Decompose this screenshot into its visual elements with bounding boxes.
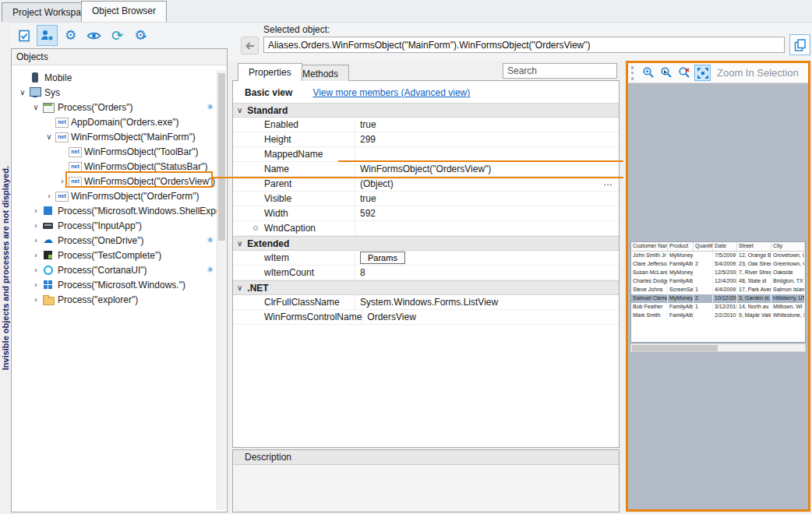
property-row[interactable]: Visibletrue — [233, 192, 619, 206]
back-button[interactable] — [241, 37, 259, 55]
preview-cell: 23, Oak Street — [737, 260, 771, 269]
preview-row: Bob FeatherFamilyAlbum13/12/201014, Nort… — [631, 303, 805, 312]
preview-cell: 9, Maple Valley — [737, 312, 771, 320]
preview-row: John Smith JrMyMoney7/5/200912, Orange B… — [631, 252, 805, 260]
preview-cell: FamilyAlbum — [668, 277, 694, 286]
preview-cell: ScreenSaver — [668, 286, 694, 294]
tree-item[interactable]: ∨Process("Orders")✳ — [12, 100, 217, 114]
property-row[interactable]: Width592 — [233, 206, 619, 221]
fit-selection-icon[interactable] — [694, 65, 711, 81]
tree-item-label: AppDomain("Orders.exe") — [71, 117, 179, 128]
collapse-arrow-icon[interactable]: ∨ — [237, 283, 242, 292]
tree-item-label: Mobile — [44, 72, 72, 83]
preview-scrollbar-thumb[interactable] — [632, 345, 718, 351]
refresh-icon[interactable]: ⟳ — [107, 25, 128, 46]
expand-arrow-icon[interactable]: › — [30, 295, 42, 304]
property-row[interactable]: wItemCount8 — [233, 266, 619, 280]
property-name: WinFormsControlName — [264, 312, 362, 322]
tree-item[interactable]: ›Process("OneDrive")✳ — [12, 233, 217, 248]
expand-arrow-icon[interactable]: › — [30, 221, 42, 230]
preview-body: John Smith JrMyMoney7/5/200912, Orange B… — [631, 252, 805, 320]
filter-settings-icon[interactable]: ⚙▸ — [130, 25, 151, 46]
tab-object-browser[interactable]: Object Browser — [81, 1, 167, 22]
tree-item[interactable]: ›WinFormsObject("OrdersView") — [12, 174, 217, 188]
tree-item[interactable]: ›Process("TestComplete") — [12, 248, 217, 262]
property-name: Parent — [264, 178, 291, 189]
tree-scrollbar-thumb[interactable] — [218, 73, 225, 241]
tree-item[interactable]: ›Process("InputApp") — [12, 218, 217, 233]
tree-item[interactable]: WinFormsObject("ToolBar") — [12, 144, 217, 159]
zoom-panel-title: Zoom In Selection — [717, 67, 799, 79]
settings-icon[interactable]: ⚙ — [60, 25, 81, 46]
preview-cell: 2 — [694, 260, 713, 269]
object-spy-icon[interactable] — [37, 25, 58, 46]
expand-arrow-icon[interactable]: › — [30, 280, 42, 289]
tab-properties[interactable]: Properties — [238, 63, 302, 81]
property-name: wItem — [264, 252, 289, 263]
tree-item[interactable]: WinFormsObject("StatusBar") — [12, 159, 217, 174]
collapse-arrow-icon[interactable]: ∨ — [237, 239, 242, 248]
ellipsis-button[interactable]: … — [603, 177, 613, 188]
preview-cell: FamilyAlbum — [668, 312, 694, 320]
tree-item[interactable]: ›Process("CortanaUI")✳ — [12, 262, 217, 277]
property-row[interactable]: WndCaption — [233, 221, 619, 236]
sys-icon — [29, 86, 41, 98]
expand-arrow-icon[interactable]: › — [30, 236, 42, 245]
preview-cell: FamilyAlbum — [668, 303, 694, 312]
show-objects-icon[interactable] — [13, 25, 34, 46]
tree-item-label: Process("Orders") — [58, 102, 133, 113]
property-row[interactable]: wItemParams — [233, 251, 619, 266]
property-group-header[interactable]: ∨Extended — [233, 236, 619, 251]
search-input[interactable] — [503, 65, 632, 76]
advanced-view-link[interactable]: View more members (Advanced view) — [312, 87, 470, 98]
copy-object-name-button[interactable] — [789, 34, 810, 55]
property-row[interactable]: MappedName — [233, 147, 619, 162]
tree-item[interactable]: ›Process("Microsoft.Windows.") — [12, 277, 217, 292]
tree-item[interactable]: ∨Sys — [12, 85, 217, 100]
property-group-header[interactable]: ∨Standard — [233, 103, 619, 118]
collapse-arrow-icon[interactable]: ∨ — [43, 132, 55, 141]
property-row[interactable]: Enabledtrue — [233, 118, 619, 132]
tree-item[interactable]: Mobile — [12, 70, 217, 85]
collapse-arrow-icon[interactable]: ∨ — [30, 103, 42, 111]
property-value: WinFormsObject("OrdersView") — [360, 164, 491, 174]
preview-cell: 7, River Street — [737, 269, 771, 277]
zoom-off-icon[interactable] — [676, 65, 693, 81]
collapse-arrow-icon[interactable]: ∨ — [237, 106, 242, 114]
highlight-target-icon[interactable]: ✳ — [207, 235, 214, 245]
tree-item[interactable]: ›Process("explorer") — [12, 292, 217, 307]
tree-item[interactable]: ›WinFormsObject("OrderForm") — [12, 188, 217, 203]
preview-cell: Whitestone, Brita — [771, 312, 805, 320]
app-windows-icon — [42, 279, 55, 290]
highlight-target-icon[interactable]: ✳ — [207, 265, 214, 275]
preview-cell: MyMoney — [668, 269, 694, 277]
preview-horizontal-scrollbar[interactable] — [630, 343, 806, 352]
zoom-in-icon[interactable] — [641, 65, 657, 81]
highlight-on-screen-icon[interactable] — [83, 25, 104, 46]
tree-item[interactable]: AppDomain("Orders.exe") — [12, 114, 217, 129]
property-row[interactable]: ClrFullClassNameSystem.Windows.Forms.Lis… — [233, 295, 619, 310]
tree-item-label: Process("CortanaUI") — [58, 265, 147, 276]
property-row[interactable]: WinFormsControlNameOrdersView — [233, 310, 619, 325]
expand-arrow-icon[interactable]: › — [30, 206, 42, 215]
app-orders-icon — [42, 101, 55, 113]
preview-row: Susan McLarenMyMoney12/5/20087, River St… — [631, 269, 805, 277]
params-button[interactable]: Params — [360, 252, 405, 264]
expand-arrow-icon[interactable]: › — [56, 177, 69, 185]
expand-arrow-icon[interactable]: › — [43, 192, 55, 200]
expand-arrow-icon[interactable]: › — [30, 266, 42, 274]
expand-arrow-icon[interactable]: › — [30, 251, 42, 259]
selected-object-input[interactable] — [263, 37, 785, 53]
property-group-header[interactable]: ∨.NET — [233, 280, 619, 295]
property-row[interactable]: Height299 — [233, 132, 619, 147]
property-row[interactable]: Parent(Object)… — [233, 177, 619, 192]
zoom-pointer-icon[interactable] — [658, 65, 675, 81]
tree-item[interactable]: ›Process("Microsoft.Windows.ShellExperie… — [12, 203, 217, 218]
preview-row: Charles DodgesonFamilyAlbum12/4/200848, … — [631, 277, 805, 286]
tree-vertical-scrollbar[interactable] — [217, 70, 226, 510]
tree-item[interactable]: ∨WinFormsObject("MainForm") — [12, 129, 217, 144]
preview-cell: 10/12/2009 — [713, 294, 737, 303]
highlight-target-icon[interactable]: ✳ — [207, 102, 214, 112]
property-row[interactable]: NameWinFormsObject("OrdersView") — [233, 162, 619, 177]
collapse-arrow-icon[interactable]: ∨ — [16, 88, 29, 97]
